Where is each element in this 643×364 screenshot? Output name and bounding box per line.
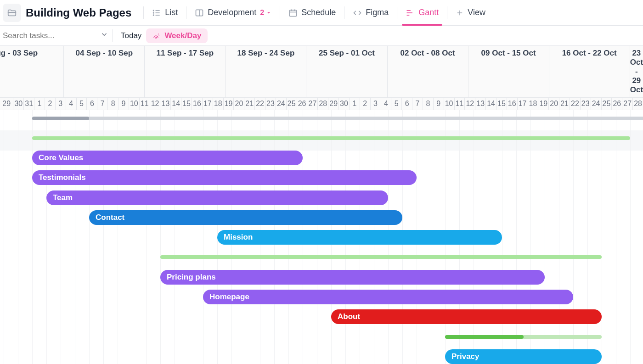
zoom-selector[interactable]: Week/Day [146,28,208,43]
day-header-cell[interactable]: 7 [97,98,107,110]
day-header-cell[interactable]: 1 [349,98,360,110]
day-header-cell[interactable]: 2 [360,98,370,110]
day-header-cell[interactable]: 23 [265,98,276,110]
day-header-cell[interactable]: 18 [213,98,223,110]
tab-separator [143,6,144,19]
group-summary-bar[interactable] [160,255,602,259]
add-view-button[interactable]: View [451,6,490,19]
day-header-cell[interactable]: 31 [23,98,34,110]
gantt-task-bar[interactable]: Homepage [203,290,573,304]
chevron-down-icon[interactable] [100,30,108,41]
day-header-cell[interactable]: 8 [107,98,118,110]
gantt-task-bar[interactable]: Mission [217,230,502,245]
day-header-cell[interactable]: 1 [34,98,45,110]
gantt-task-bar[interactable]: Core Values [32,151,303,165]
day-header-cell[interactable]: 20 [233,98,244,110]
day-header-cell[interactable]: 9 [118,98,129,110]
week-header-cell[interactable]: 23 Oct - 29 Oct [630,46,643,97]
week-header-cell[interactable]: 02 Oct - 08 Oct [387,46,468,97]
day-header-cell[interactable]: 16 [192,98,202,110]
week-header-cell[interactable]: 25 Sep - 01 Oct [306,46,387,97]
day-header-cell[interactable]: 17 [517,98,528,110]
day-header-cell[interactable]: 28 [317,98,328,110]
board-icon [195,8,204,17]
day-header-cell[interactable]: 6 [86,98,97,110]
day-header-cell[interactable]: 14 [170,98,181,110]
day-header-cell[interactable]: 11 [454,98,465,110]
day-header-cell[interactable]: 3 [55,98,66,110]
tab-badge[interactable]: 2 [260,9,271,17]
day-header-cell[interactable]: 26 [611,98,622,110]
gantt-task-bar[interactable]: Contact [89,210,402,225]
day-header-cell[interactable]: 10 [444,98,454,110]
day-header-cell[interactable]: 8 [423,98,433,110]
day-header-cell[interactable]: 27 [307,98,317,110]
caret-down-icon [266,10,271,16]
day-header-cell[interactable]: 9 [433,98,444,110]
day-header-cell[interactable]: 23 [580,98,591,110]
tab-development[interactable]: Development 2 [190,6,276,19]
day-header-cell[interactable]: 12 [464,98,475,110]
gantt-task-bar[interactable]: Team [46,190,388,205]
gantt-task-bar[interactable]: Pricing plans [160,270,545,285]
day-header-cell[interactable]: 24 [591,98,601,110]
day-header-cell[interactable]: 22 [570,98,580,110]
day-header-cell[interactable]: 11 [139,98,150,110]
day-header-cell[interactable]: 24 [276,98,286,110]
group-progress-track[interactable] [32,117,643,120]
day-header-cell[interactable]: 25 [601,98,612,110]
day-header-cell[interactable]: 13 [160,98,170,110]
tab-schedule[interactable]: Schedule [284,6,340,19]
day-header-cell[interactable]: 19 [538,98,548,110]
week-header-cell[interactable]: 04 Sep - 10 Sep [63,46,144,97]
day-header-cell[interactable]: 30 [338,98,349,110]
group-summary-bar[interactable] [32,136,630,140]
day-header-cell[interactable]: 22 [254,98,265,110]
day-header-cell[interactable]: 20 [548,98,559,110]
day-header-cell[interactable]: 18 [528,98,538,110]
gantt-task-bar[interactable]: About [331,309,602,324]
day-header-cell[interactable]: 2 [45,98,55,110]
day-header-cell[interactable]: 5 [76,98,87,110]
day-header-cell[interactable]: 4 [381,98,391,110]
day-header-cell[interactable]: 6 [401,98,412,110]
day-header-cell[interactable]: 15 [496,98,507,110]
day-header-cell[interactable]: 19 [223,98,234,110]
day-header-cell[interactable]: 25 [286,98,297,110]
day-header-cell[interactable]: 30 [13,98,23,110]
week-header-cell[interactable]: 18 Sep - 24 Sep [225,46,306,97]
folder-icon [7,8,17,18]
today-button[interactable]: Today [116,29,146,42]
day-header-cell[interactable]: 3 [370,98,381,110]
day-header-cell[interactable]: 12 [150,98,160,110]
week-header-cell[interactable]: 11 Sep - 17 Sep [144,46,225,97]
day-header-cell[interactable]: 16 [507,98,517,110]
day-header-cell[interactable]: 21 [244,98,254,110]
day-header-cell[interactable]: 29 [0,98,13,110]
folder-button[interactable] [3,4,21,22]
week-header-cell[interactable]: 16 Oct - 22 Oct [549,46,630,97]
day-header-cell[interactable]: 13 [475,98,485,110]
tab-list[interactable]: List [147,6,182,19]
day-header-cell[interactable]: 26 [297,98,307,110]
gantt-task-bar[interactable]: Testimonials [32,170,417,185]
timeline-weeks-header: 28 Aug - 03 Sep04 Sep - 10 Sep11 Sep - 1… [0,46,643,98]
search-input[interactable] [3,31,72,40]
day-header-cell[interactable]: 7 [412,98,423,110]
day-header-cell[interactable]: 5 [391,98,401,110]
day-header-cell[interactable]: 4 [66,98,76,110]
day-header-cell[interactable]: 15 [181,98,192,110]
week-header-cell[interactable]: 09 Oct - 15 Oct [468,46,549,97]
day-header-cell[interactable]: 29 [328,98,338,110]
day-header-cell[interactable]: 10 [129,98,139,110]
gantt-task-bar[interactable]: Privacy [445,349,602,364]
day-header-cell[interactable]: 27 [622,98,632,110]
tab-gantt[interactable]: Gantt [401,6,443,19]
gantt-chart-body[interactable]: Core ValuesTestimonialsTeamContactMissio… [0,110,643,364]
tab-figma[interactable]: Figma [348,6,393,19]
day-header-cell[interactable]: 14 [485,98,496,110]
week-header-cell[interactable]: 28 Aug - 03 Sep [0,46,63,97]
day-header-cell[interactable]: 21 [559,98,570,110]
day-header-cell[interactable]: 17 [202,98,213,110]
day-header-cell[interactable]: 28 [632,98,643,110]
